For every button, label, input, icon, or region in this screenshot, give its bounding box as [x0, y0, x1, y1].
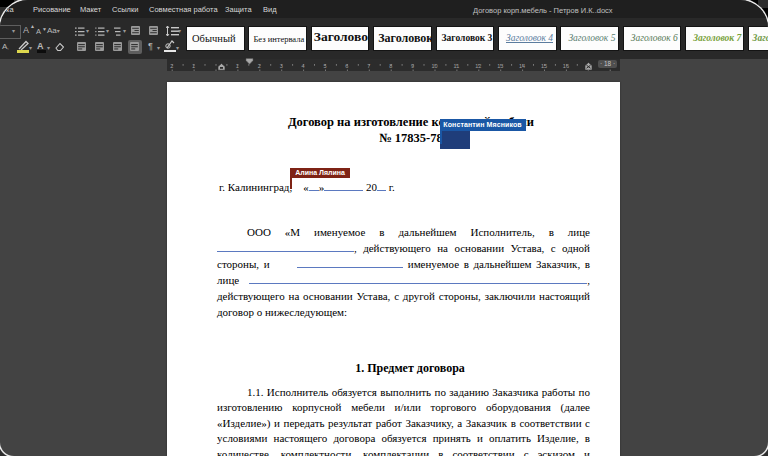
svg-text:1: 1 [236, 63, 239, 69]
svg-text:2: 2 [170, 63, 173, 69]
svg-text:7: 7 [367, 63, 370, 69]
svg-text:2: 2 [258, 63, 261, 69]
svg-text:14: 14 [519, 63, 525, 69]
